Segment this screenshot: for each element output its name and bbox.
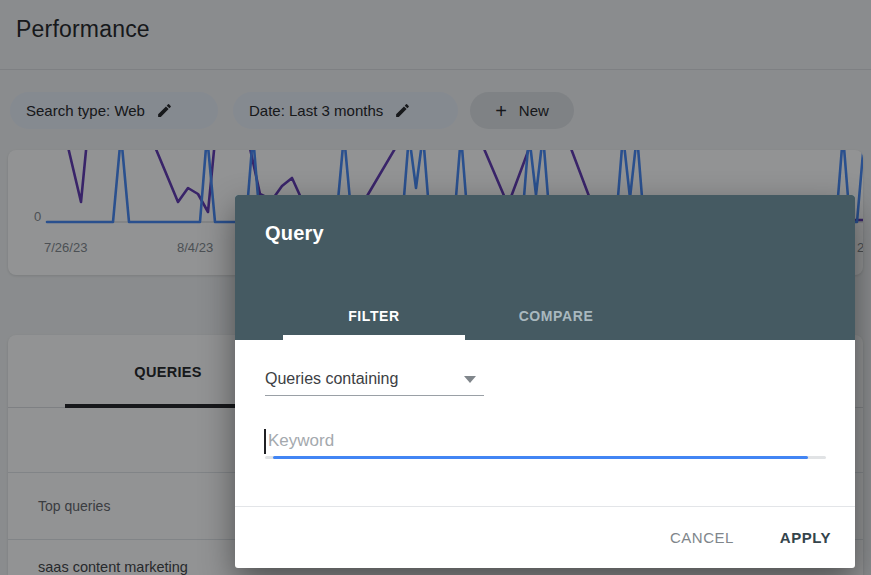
keyword-input[interactable]	[263, 425, 829, 457]
keyword-field-wrap	[263, 425, 829, 457]
query-filter-dialog: Query FILTER COMPARE Queries containing …	[235, 195, 855, 568]
tab-compare[interactable]: COMPARE	[465, 292, 647, 340]
dialog-tabs: FILTER COMPARE	[283, 292, 647, 340]
dropdown-arrow-icon	[464, 376, 476, 383]
dialog-active-tab-indicator	[283, 335, 465, 340]
text-cursor	[264, 429, 266, 454]
condition-select-value: Queries containing	[265, 370, 398, 388]
cancel-button[interactable]: CANCEL	[670, 529, 734, 546]
keyword-underline-accent	[273, 456, 808, 459]
dialog-header: Query FILTER COMPARE	[235, 195, 855, 340]
keyword-underline-track	[265, 456, 826, 459]
condition-select[interactable]: Queries containing	[265, 363, 484, 396]
dialog-actions: CANCEL APPLY	[235, 507, 855, 568]
tab-filter[interactable]: FILTER	[283, 292, 465, 340]
dialog-title: Query	[265, 222, 324, 245]
apply-button[interactable]: APPLY	[780, 529, 831, 546]
